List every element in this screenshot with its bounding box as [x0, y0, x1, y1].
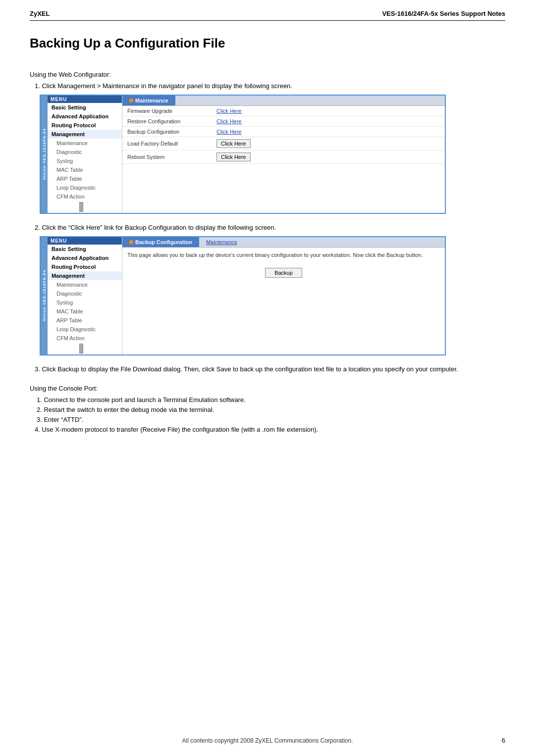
- scrollbar-1[interactable]: [79, 202, 83, 212]
- sidebar-item-management-1[interactable]: Management: [48, 130, 122, 139]
- step-1-text: 1. Click Management > Maintenance in the…: [35, 82, 505, 90]
- row-backup-link[interactable]: Click Here: [212, 127, 445, 137]
- sidebar-item-advanced-app-2[interactable]: Advanced Application: [48, 253, 122, 262]
- sidebar-item-cfm-1[interactable]: CFM Action: [48, 192, 122, 201]
- sidebar-vertical-label-2: Vision VES-1616FA-54: [41, 237, 48, 354]
- step-2-content: Click the “Click Here” link for Backup C…: [42, 224, 276, 231]
- sidebar-item-arp-table-1[interactable]: ARP Table: [48, 174, 122, 183]
- sidebar-item-syslog-1[interactable]: Syslog: [48, 156, 122, 165]
- sidebar-menu-label-2: MENU: [48, 237, 122, 245]
- header-right: VES-1616/24FA-5x Series Support Notes: [382, 10, 505, 17]
- step-2-text: 2. Click the “Click Here” link for Backu…: [35, 224, 505, 231]
- row-restore-link[interactable]: Click Here: [212, 116, 445, 127]
- sidebar-item-routing-1[interactable]: Routing Protocol: [48, 121, 122, 130]
- header-bar: ZyXEL VES-1616/24FA-5x Series Support No…: [30, 10, 505, 21]
- sidebar-1: Vision VES-1616FA-54 MENU Basic Setting …: [41, 96, 122, 213]
- sidebar-vertical-text-1: Vision VES-1616FA-54: [42, 128, 47, 180]
- console-title: Using the Console Port:: [30, 385, 505, 392]
- step-3-text: 3. Click Backup to display the File Down…: [35, 365, 505, 373]
- sidebar-inner-1: MENU Basic Setting Advanced Application …: [48, 96, 122, 201]
- tab-maintenance-active[interactable]: Maintenance: [122, 96, 175, 105]
- row-firmware-link[interactable]: Click Here: [212, 106, 445, 116]
- sidebar-item-basic-setting-2[interactable]: Basic Setting: [48, 245, 122, 253]
- screenshot-2: Vision VES-1616FA-54 MENU Basic Setting …: [40, 236, 446, 355]
- sidebar-item-arp-table-2[interactable]: ARP Table: [48, 316, 122, 325]
- row-factory-label: Load Factory Default: [122, 137, 212, 151]
- scrollbar-2[interactable]: [79, 344, 83, 353]
- sidebar-item-syslog-2[interactable]: Syslog: [48, 298, 122, 307]
- tab-dot-1: [129, 99, 133, 102]
- sidebar-item-cfm-2[interactable]: CFM Action: [48, 334, 122, 343]
- footer-text: All contents copyright 2008 ZyXEL Commun…: [182, 737, 353, 744]
- backup-button-area: Backup: [122, 263, 445, 283]
- step-3-block: 3. Click Backup to display the File Down…: [30, 365, 505, 373]
- header-left: ZyXEL: [30, 10, 50, 17]
- console-steps-list: 1. Connect to the console port and launc…: [35, 396, 505, 433]
- console-step-2: 2. Restart the switch to enter the debug…: [35, 406, 505, 413]
- step-1-block: 1. Click Management > Maintenance in the…: [30, 82, 505, 214]
- step-1-content: Click Management > Maintenance in the na…: [42, 82, 292, 90]
- sidebar-item-diagnostic-1[interactable]: Diagnostic: [48, 148, 122, 156]
- tab-backup-active[interactable]: Backup Configuration: [122, 237, 199, 247]
- tab-bar-2: Backup Configuration Maintenance: [122, 237, 445, 248]
- sidebar-item-diagnostic-2[interactable]: Diagnostic: [48, 289, 122, 298]
- tab-maintenance-label: Maintenance: [135, 98, 168, 103]
- console-step-3: 3. Enter “ATTD”.: [35, 416, 505, 423]
- console-section: Using the Console Port: 1. Connect to th…: [30, 385, 505, 433]
- row-reboot-btn-cell: Click Here: [212, 151, 445, 164]
- sidebar-vertical-text-2: Vision VES-1616FA-54: [42, 270, 47, 321]
- step-2-number: 2.: [35, 224, 42, 231]
- reboot-system-button[interactable]: Click Here: [216, 152, 251, 161]
- sidebar-item-management-2[interactable]: Management: [48, 271, 122, 280]
- tab-maintenance-link[interactable]: Maintenance: [199, 237, 244, 247]
- step-3-content: Click Backup to display the File Downloa…: [42, 365, 458, 373]
- sidebar-2: Vision VES-1616FA-54 MENU Basic Setting …: [41, 237, 122, 354]
- main-panel-1: Maintenance Firmware Upgrade Click Here …: [122, 96, 445, 213]
- table-row: Reboot System Click Here: [122, 151, 445, 164]
- row-firmware-label: Firmware Upgrade: [122, 106, 212, 116]
- sidebar-item-advanced-app-1[interactable]: Advanced Application: [48, 112, 122, 121]
- sidebar-menu-label-1: MENU: [48, 96, 122, 103]
- step-1-number: 1.: [35, 82, 42, 90]
- console-step-1: 1. Connect to the console port and launc…: [35, 396, 505, 403]
- step-3-number: 3.: [35, 365, 42, 373]
- table-row: Restore Configuration Click Here: [122, 116, 445, 127]
- tab-bar-1: Maintenance: [122, 96, 445, 106]
- sidebar-item-routing-2[interactable]: Routing Protocol: [48, 262, 122, 271]
- sidebar-item-mac-table-2[interactable]: MAC Table: [48, 307, 122, 316]
- row-factory-btn-cell: Click Here: [212, 137, 445, 151]
- footer-page: 6: [502, 737, 505, 744]
- screenshot-1: Vision VES-1616FA-54 MENU Basic Setting …: [40, 95, 446, 214]
- step-2-block: 2. Click the “Click Here” link for Backu…: [30, 224, 505, 355]
- table-row: Backup Configuration Click Here: [122, 127, 445, 137]
- factory-default-button[interactable]: Click Here: [216, 139, 251, 148]
- sidebar-item-mac-table-1[interactable]: MAC Table: [48, 165, 122, 174]
- table-row: Firmware Upgrade Click Here: [122, 106, 445, 116]
- sidebar-item-loop-diag-1[interactable]: Loop Diagnostic: [48, 183, 122, 192]
- footer: All contents copyright 2008 ZyXEL Commun…: [0, 737, 535, 744]
- tab-backup-label: Backup Configuration: [135, 239, 192, 245]
- sidebar-item-loop-diag-2[interactable]: Loop Diagnostic: [48, 325, 122, 334]
- sidebar-item-maintenance-1[interactable]: Maintenance: [48, 139, 122, 148]
- sidebar-item-maintenance-2[interactable]: Maintenance: [48, 280, 122, 289]
- row-reboot-label: Reboot System: [122, 151, 212, 164]
- maintenance-table: Firmware Upgrade Click Here Restore Conf…: [122, 106, 445, 164]
- intro-text: Using the Web Configurator:: [30, 71, 505, 78]
- sidebar-inner-2: MENU Basic Setting Advanced Application …: [48, 237, 122, 343]
- backup-button[interactable]: Backup: [265, 268, 302, 278]
- console-step-4: 4. Use X-modem protocol to transfer (Rec…: [35, 426, 505, 433]
- sidebar-item-basic-setting-1[interactable]: Basic Setting: [48, 103, 122, 112]
- row-restore-label: Restore Configuration: [122, 116, 212, 127]
- tab-dot-2: [129, 240, 133, 244]
- row-backup-label: Backup Configuration: [122, 127, 212, 137]
- sidebar-vertical-label-1: Vision VES-1616FA-54: [41, 96, 48, 213]
- main-panel-2: Backup Configuration Maintenance This pa…: [122, 237, 445, 354]
- table-row: Load Factory Default Click Here: [122, 137, 445, 151]
- backup-description: This page allows you to back up the devi…: [122, 248, 445, 263]
- page-title: Backing Up a Configuration File: [30, 36, 505, 51]
